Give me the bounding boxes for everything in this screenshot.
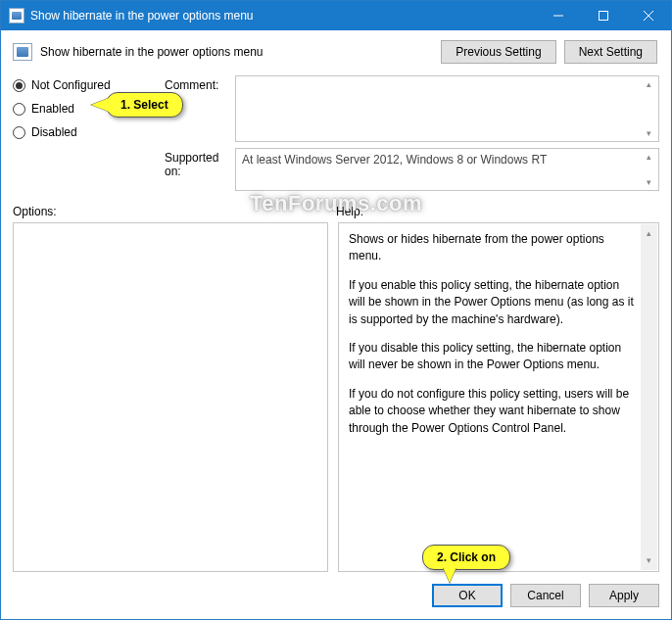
next-setting-button[interactable]: Next Setting [564, 40, 657, 64]
radio-label: Enabled [31, 102, 74, 116]
scroll-down-icon: ▾ [643, 176, 654, 188]
radio-icon [13, 79, 25, 92]
apply-button[interactable]: Apply [589, 584, 659, 607]
radio-label: Not Configured [31, 78, 111, 92]
radio-icon [13, 126, 25, 139]
scrollbar[interactable]: ▴ ▾ [641, 224, 657, 570]
callout-click: 2. Click on [422, 545, 510, 570]
supported-label: Supported on: [165, 148, 235, 191]
supported-on-textbox: At least Windows Server 2012, Windows 8 … [235, 148, 659, 191]
help-text: If you disable this policy setting, the … [349, 340, 637, 374]
state-radio-group: 1. Select Not Configured Enabled Disable… [13, 75, 165, 142]
supported-value: At least Windows Server 2012, Windows 8 … [242, 153, 547, 167]
help-text: If you do not configure this policy sett… [349, 386, 637, 437]
cancel-button[interactable]: Cancel [510, 584, 581, 607]
comment-textbox[interactable]: ▴ ▾ [235, 75, 659, 142]
scroll-down-icon: ▾ [643, 127, 654, 139]
radio-not-configured[interactable]: Not Configured [13, 78, 165, 92]
scroll-up-icon[interactable]: ▴ [647, 227, 651, 240]
options-panel [13, 222, 328, 572]
radio-label: Disabled [31, 125, 77, 139]
scroll-up-icon: ▴ [643, 151, 654, 163]
callout-select: 1. Select [106, 92, 183, 118]
titlebar[interactable]: Show hibernate in the power options menu [1, 1, 671, 30]
app-icon [9, 8, 24, 24]
help-text: Shows or hides hibernate from the power … [349, 231, 637, 265]
radio-icon [13, 103, 25, 116]
options-label: Options: [13, 205, 336, 218]
help-text: If you enable this policy setting, the h… [349, 277, 637, 328]
setting-name: Show hibernate in the power options menu [40, 45, 441, 59]
minimize-button[interactable] [536, 1, 581, 30]
setting-icon [13, 43, 32, 61]
help-panel: Shows or hides hibernate from the power … [338, 222, 659, 572]
help-label: Help: [336, 205, 363, 218]
previous-setting-button[interactable]: Previous Setting [441, 40, 555, 64]
scroll-up-icon: ▴ [643, 78, 654, 90]
close-button[interactable] [626, 1, 671, 30]
window-title: Show hibernate in the power options menu [30, 9, 536, 23]
radio-disabled[interactable]: Disabled [13, 125, 165, 139]
ok-button[interactable]: OK [432, 584, 503, 607]
svg-rect-1 [600, 12, 608, 21]
scroll-down-icon[interactable]: ▾ [647, 554, 651, 567]
maximize-button[interactable] [581, 1, 626, 30]
